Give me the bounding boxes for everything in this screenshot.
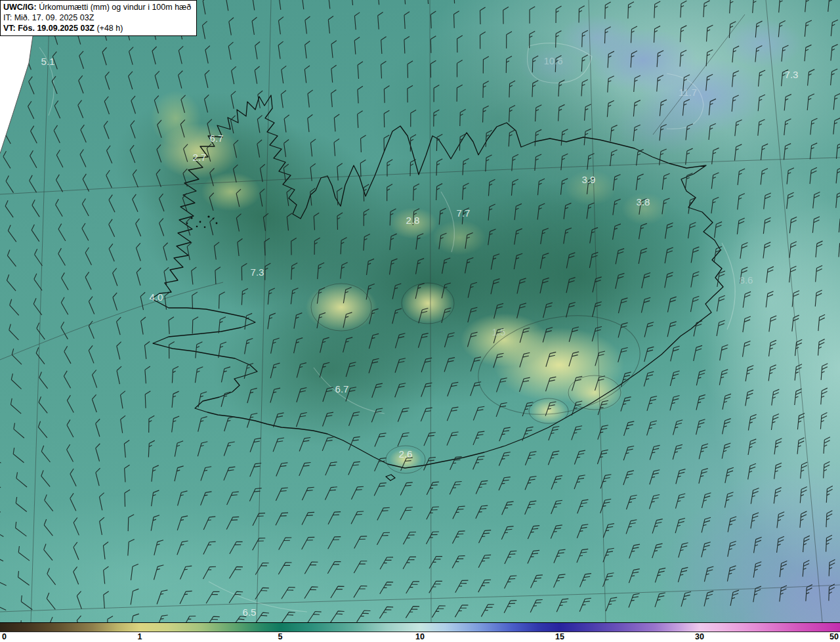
wind-barb (467, 307, 478, 322)
wind-barb (28, 101, 33, 119)
wind-barb (223, 442, 235, 456)
wind-barb (171, 416, 180, 433)
wind-barb (171, 391, 180, 408)
wind-barb (130, 145, 135, 163)
wind-barb (322, 437, 334, 451)
wind-barb (446, 432, 459, 446)
wind-barb (356, 610, 371, 622)
wind-barb (200, 467, 212, 481)
wind-barb (360, 135, 366, 152)
wind-barb (299, 462, 311, 475)
wind-barb (368, 358, 379, 373)
wind-barb (384, 110, 390, 127)
colorbar-tick-label: 10 (415, 632, 425, 641)
graticule-latitude (0, 282, 223, 360)
wind-barb (407, 85, 413, 102)
wind-barb (58, 223, 66, 241)
wind-barb (52, 76, 57, 94)
wind-barb (296, 413, 308, 427)
contour-label: 2.6 (399, 448, 413, 460)
wind-barb (649, 470, 660, 484)
wind-barb (820, 413, 828, 429)
wind-barb (7, 274, 16, 291)
wind-barb (669, 395, 680, 410)
wind-barb (501, 502, 514, 515)
wind-barb (745, 366, 754, 381)
wind-barb (304, 66, 310, 83)
contour-label: 10.6 (543, 55, 562, 66)
wind-barb (293, 338, 304, 353)
wind-barb (537, 179, 545, 195)
wind-barb (276, 463, 288, 477)
wind-barb (664, 247, 674, 263)
wind-barb (789, 217, 797, 234)
wind-barb (202, 21, 208, 39)
wind-barb (555, 31, 562, 48)
wind-barb (757, 70, 766, 87)
wind-barb (116, 317, 121, 335)
wind-barb (44, 519, 53, 536)
wind-barb (133, 169, 138, 187)
wind-barb (799, 487, 808, 503)
wind-barb (630, 26, 638, 43)
wind-barb (130, 589, 139, 605)
contour-label: 6.7 (210, 133, 224, 144)
wind-barb (802, 536, 810, 552)
wind-barb (581, 30, 589, 47)
wind-barb (223, 467, 236, 481)
wind-barb (159, 194, 164, 211)
wind-barb (177, 516, 188, 530)
wind-barb (377, 507, 390, 520)
wind-barb (104, 591, 110, 609)
graticule-longitude (589, 0, 606, 622)
wind-barb (482, 106, 489, 122)
wind-barb (576, 524, 589, 538)
wind-barb (664, 272, 674, 288)
wind-barb (441, 283, 452, 298)
wind-barb (270, 363, 280, 378)
wind-barb (402, 557, 416, 569)
islet (200, 221, 201, 223)
contour-label: 2.8 (406, 215, 420, 226)
wind-barb (426, 482, 439, 495)
wind-barb (394, 333, 406, 348)
wind-barb (56, 175, 62, 192)
wind-barb (241, 288, 249, 305)
wind-barb (279, 0, 285, 10)
wind-barb (28, 77, 34, 95)
wind-barb (768, 316, 777, 332)
wind-barb (371, 408, 383, 422)
wind-barb (406, 606, 420, 618)
wind-barb (628, 569, 640, 583)
wind-barb (548, 427, 560, 440)
graticule-latitude (0, 585, 840, 612)
wind-barb (462, 158, 470, 175)
wind-barb (553, 574, 566, 588)
wind-barb (192, 292, 198, 309)
wind-barb (475, 505, 488, 519)
wind-barb (169, 317, 175, 334)
wind-barb (805, 585, 813, 601)
title-box: UWC/IG: Úrkomumætti (mm) og vindur i 100… (0, 0, 197, 36)
wind-barb (214, 242, 220, 260)
wind-barb (314, 238, 321, 255)
colorbar: 01510153050 (0, 622, 840, 642)
wind-barb (157, 120, 162, 138)
wind-barb (77, 616, 82, 622)
colorbar-tick-label: 0 (2, 632, 7, 641)
wind-barb (675, 494, 686, 509)
wind-barb (243, 364, 254, 379)
wind-barb (734, 119, 743, 136)
wind-barb (511, 154, 519, 171)
colorbar-tick-label: 1 (138, 632, 142, 641)
wind-barb (539, 253, 549, 269)
islet (207, 215, 209, 217)
wind-barb (778, 21, 786, 37)
wind-barb (605, 597, 618, 611)
wind-barb (103, 542, 109, 560)
wind-barb (597, 450, 609, 464)
wind-barb (316, 312, 326, 328)
wind-barb (415, 234, 424, 250)
wind-barb (331, 41, 337, 58)
wind-barb (198, 392, 207, 408)
